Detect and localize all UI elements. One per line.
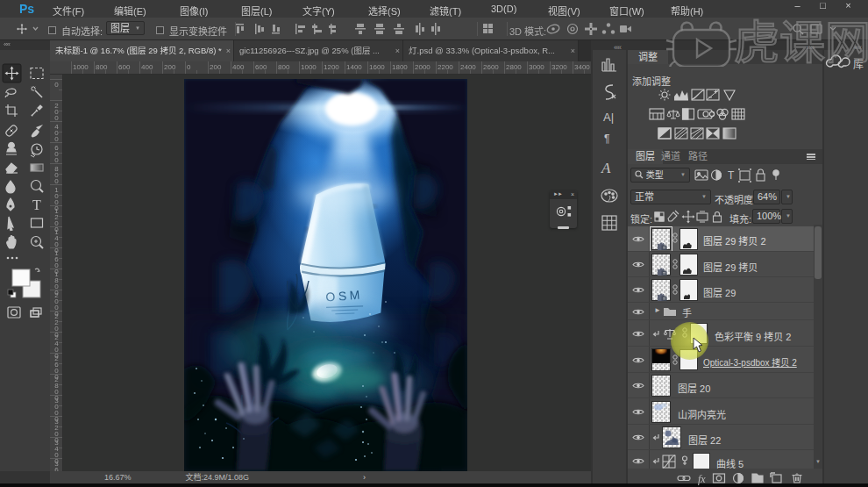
svg-text:¶: ¶: [604, 132, 609, 145]
svg-text:库: 库: [853, 56, 864, 71]
svg-text:fx: fx: [698, 473, 706, 485]
svg-text:T: T: [32, 197, 41, 212]
svg-text:A: A: [601, 160, 611, 176]
svg-text:T: T: [728, 169, 735, 182]
svg-text:A|: A|: [603, 111, 614, 124]
